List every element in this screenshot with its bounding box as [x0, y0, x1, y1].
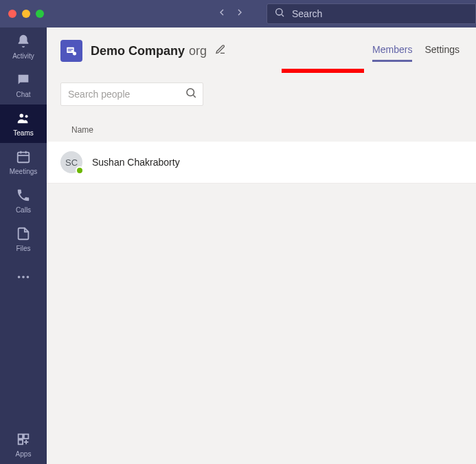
sidebar-item-activity[interactable]: Activity	[0, 27, 47, 66]
svg-rect-16	[68, 50, 71, 51]
sidebar-item-files[interactable]: Files	[0, 220, 47, 258]
tab-settings[interactable]: Settings	[424, 44, 460, 58]
sidebar-item-label: Activity	[12, 52, 34, 60]
window-controls	[8, 10, 44, 18]
phone-icon	[16, 188, 31, 204]
member-row[interactable]: SC Sushan Chakraborty	[47, 142, 476, 184]
teams-icon	[16, 111, 31, 127]
history-nav	[216, 7, 245, 21]
svg-point-8	[18, 276, 21, 278]
search-icon	[185, 87, 197, 102]
svg-rect-4	[18, 153, 30, 163]
svg-line-1	[282, 14, 284, 16]
sidebar-item-label: Chat	[16, 91, 30, 98]
sidebar-item-teams[interactable]: Teams	[0, 104, 47, 143]
calendar-icon	[16, 149, 31, 166]
team-header: Demo Company org Members Settings	[47, 40, 476, 62]
svg-point-3	[25, 115, 28, 118]
svg-rect-12	[24, 434, 28, 439]
svg-point-10	[27, 276, 30, 278]
svg-line-19	[193, 95, 195, 97]
team-avatar	[60, 40, 82, 62]
sidebar-item-label: Meetings	[10, 168, 38, 175]
sidebar-more-button[interactable]	[0, 258, 47, 297]
avatar-initials: SC	[65, 157, 78, 168]
team-name: Demo Company org	[91, 44, 207, 58]
sidebar-item-meetings[interactable]: Meetings	[0, 143, 47, 181]
sidebar-item-label: Files	[16, 245, 30, 252]
svg-point-0	[276, 9, 282, 15]
column-header-name: Name	[47, 118, 476, 142]
sidebar-item-apps[interactable]: Apps	[0, 426, 47, 464]
sidebar-item-label: Calls	[16, 206, 31, 214]
global-search-input[interactable]	[292, 8, 468, 19]
svg-rect-15	[68, 49, 73, 49]
svg-point-2	[20, 114, 24, 118]
members-list: SC Sushan Chakraborty	[47, 142, 476, 184]
member-avatar: SC	[60, 151, 82, 173]
presence-available-icon	[76, 166, 84, 175]
svg-rect-13	[19, 440, 23, 444]
detail-tabs: Members Settings	[372, 44, 460, 58]
sidebar-item-label: Apps	[16, 450, 32, 458]
sidebar-item-calls[interactable]: Calls	[0, 181, 47, 220]
svg-rect-14	[67, 47, 74, 53]
svg-point-17	[73, 52, 76, 55]
svg-point-9	[22, 276, 25, 278]
member-name: Sushan Chakraborty	[92, 157, 180, 168]
search-people[interactable]	[60, 82, 203, 106]
sidebar-item-chat[interactable]: Chat	[0, 66, 47, 104]
highlight-annotation	[282, 69, 364, 73]
tab-members[interactable]: Members	[372, 44, 412, 58]
bell-icon	[16, 34, 31, 50]
more-icon	[16, 269, 31, 286]
team-name-suffix: org	[189, 44, 207, 58]
titlebar	[0, 0, 476, 27]
app-sidebar: Activity Chat Teams Meetings Calls	[0, 27, 47, 464]
main-content: Demo Company org Members Settings Name	[47, 27, 476, 464]
file-icon	[16, 226, 31, 243]
minimize-window-button[interactable]	[22, 10, 30, 18]
svg-point-18	[187, 89, 194, 96]
forward-button[interactable]	[234, 7, 245, 21]
svg-rect-11	[19, 434, 23, 439]
search-icon	[274, 7, 285, 21]
zoom-window-button[interactable]	[36, 10, 44, 18]
close-window-button[interactable]	[8, 10, 16, 18]
search-people-input[interactable]	[68, 89, 185, 100]
sidebar-item-label: Teams	[13, 129, 33, 137]
chat-icon	[16, 72, 31, 89]
back-button[interactable]	[216, 7, 227, 21]
team-name-main: Demo Company	[91, 44, 185, 58]
global-search[interactable]	[267, 3, 476, 24]
apps-icon	[16, 432, 31, 448]
edit-team-button[interactable]	[215, 44, 226, 58]
